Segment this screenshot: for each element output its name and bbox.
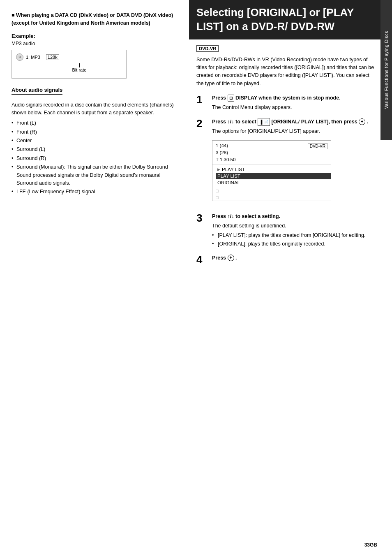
step-2-number: 2 [196, 118, 208, 208]
example-section: Example: MP3 audio ⊙ 1: MP3 128k Bit rat… [12, 33, 179, 79]
list-item: LFE (Low Frequency Effect) signal [12, 188, 179, 196]
step-4-instruction: Press + . [212, 254, 377, 262]
right-content: Some DVD-Rs/DVD-RWs in VR (Video Recordi… [189, 56, 392, 265]
step-2: 2 Press ↑/↓ to select ▐ 📄 [ORIGINAL/ PLA… [196, 118, 377, 208]
mp3-display-box: ⊙ 1: MP3 128k Bit rate [12, 50, 127, 79]
step-1-number: 1 [196, 94, 208, 113]
mp3-bitrate-value: 128k [46, 54, 59, 60]
step-1-instruction: Press ⊡ DISPLAY when the system is in st… [212, 94, 377, 102]
audio-intro: Audio signals recorded in a disc contain… [12, 101, 179, 117]
audio-section: About audio signals Audio signals record… [12, 87, 179, 196]
mp3-bitrate-label: Bit rate [72, 67, 87, 72]
step-3: 3 Press ↑/↓ to select a setting. The def… [196, 213, 377, 249]
dvd-screen-top: 1 (44) 3 (28) T 1:30:50 DVD-VR [212, 141, 331, 165]
display-button-icon: ⊡ [228, 95, 234, 102]
right-column: Selecting [ORIGINAL] or [PLAY LIST] on a… [189, 0, 392, 556]
page-container: ■ When playing a DATA CD (DivX video) or… [0, 0, 392, 556]
step-1: 1 Press ⊡ DISPLAY when the system is in … [196, 94, 377, 113]
enter-button-icon: + [359, 118, 365, 125]
mp3-label: MP3 audio [12, 41, 179, 46]
screen-dots2: □ [212, 194, 331, 201]
screen-dvd-vr-badge: DVD-VR [308, 143, 327, 149]
step-4-number: 4 [196, 254, 208, 265]
step-2-content: Press ↑/↓ to select ▐ 📄 [ORIGINAL/ PLAY … [212, 118, 377, 208]
list-item: Surround (L) [12, 146, 179, 153]
step-4-content: Press + . [212, 254, 377, 265]
dvd-screen-top-left: 1 (44) 3 (28) T 1:30:50 [216, 142, 235, 164]
step-3-instruction: Press ↑/↓ to select a setting. [212, 213, 377, 220]
list-item: Surround (R) [12, 155, 179, 162]
intro-text: Some DVD-Rs/DVD-RWs in VR (Video Recordi… [196, 56, 377, 88]
step-1-content: Press ⊡ DISPLAY when the system is in st… [212, 94, 377, 113]
list-item: [ORIGINAL]: plays the titles originally … [212, 240, 377, 248]
list-item: Center [12, 137, 179, 145]
menu-arrow-icon: ▶ [217, 167, 220, 171]
right-header: Selecting [ORIGINAL] or [PLAY LIST] on a… [189, 0, 392, 39]
screen-dots: □ [212, 188, 331, 194]
mp3-bitrate-line [79, 63, 80, 67]
mp3-track-info: 1: MP3 [26, 55, 40, 60]
step-3-bullets: [PLAY LIST]: plays the titles created fr… [212, 232, 377, 248]
enter-button-step4-icon: + [228, 255, 234, 261]
list-item: Surround (Monaural): This signal can be … [12, 163, 179, 187]
dvd-vr-badge: DVD-VR [196, 45, 219, 52]
step-3-content: Press ↑/↓ to select a setting. The defau… [212, 213, 377, 249]
mp3-disc-icon: ⊙ [16, 53, 23, 61]
screen-menu-header: ▶ PLAY LIST [216, 166, 331, 173]
mp3-display-inner: ⊙ 1: MP3 128k [16, 53, 122, 61]
step-1-sub: The Control Menu display appears. [212, 104, 377, 111]
dvd-screen: 1 (44) 3 (28) T 1:30:50 DVD-VR ▶ PLAY LI… [212, 140, 331, 202]
page-title: Selecting [ORIGINAL] or [PLAY LIST] on a… [196, 6, 377, 34]
step-4: 4 Press + . [196, 254, 377, 265]
original-playlist-icon: ▐ 📄 [258, 118, 270, 126]
side-tab-text: Various Functions for Playing Discs [384, 31, 389, 109]
audio-bullet-list: Front (L) Front (R) Center Surround (L) … [12, 119, 179, 196]
example-label: Example: [12, 33, 179, 39]
step-3-sub: The default setting is underlined. [212, 222, 377, 230]
side-tab: Various Functions for Playing Discs [380, 0, 392, 140]
list-item: [PLAY LIST]: plays the titles created fr… [212, 232, 377, 239]
list-item: Front (R) [12, 128, 179, 136]
screen-line3: T 1:30:50 [216, 156, 235, 163]
dvd-screen-menu: ▶ PLAY LIST PLAY LIST ORIGINAL [212, 164, 331, 188]
page-number: 33GB [364, 542, 377, 548]
step-2-sub: The options for [ORIGINAL/PLAY LIST] app… [212, 127, 377, 135]
screen-line1: 1 (44) [216, 142, 235, 149]
screen-menu-highlighted: PLAY LIST [216, 173, 331, 179]
audio-section-title: About audio signals [12, 87, 62, 95]
step-2-instruction: Press ↑/↓ to select ▐ 📄 [ORIGINAL/ PLAY … [212, 118, 377, 126]
screen-line2: 3 (28) [216, 149, 235, 156]
screen-menu-original: ORIGINAL [216, 179, 331, 186]
step-3-number: 3 [196, 213, 208, 249]
left-column: ■ When playing a DATA CD (DivX video) or… [0, 0, 189, 556]
data-cd-note: ■ When playing a DATA CD (DivX video) or… [12, 12, 179, 27]
mp3-bitrate-area: Bit rate [37, 63, 122, 72]
list-item: Front (L) [12, 119, 179, 127]
